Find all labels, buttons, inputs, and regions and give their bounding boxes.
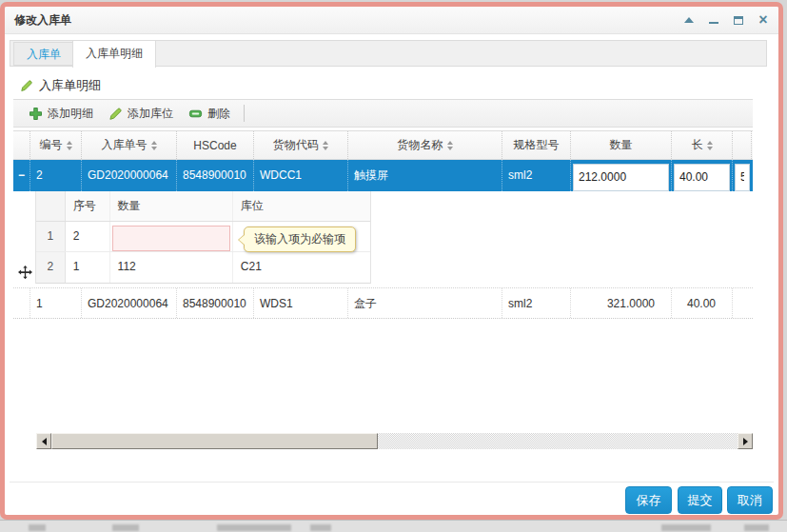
cell-id[interactable]: 2 <box>30 160 82 191</box>
sort-arrows-icon <box>151 141 157 150</box>
column-header-hscode[interactable]: HSCode <box>177 131 254 159</box>
cell-cargo-name[interactable]: 触摸屏 <box>348 160 502 191</box>
column-header-spec[interactable]: 规格型号 <box>502 131 571 159</box>
grid-header-row: 编号 入库单号 HSCode 货物代码 货物名称 规格型号 数量 <box>13 130 753 160</box>
add-location-button[interactable]: 添加库位 <box>101 103 181 125</box>
scroll-left-button[interactable] <box>36 433 51 449</box>
cell-expand[interactable] <box>13 288 30 318</box>
subgrid-cell-qty[interactable]: 112 <box>110 252 233 283</box>
dialog-titlebar[interactable]: 修改入库单 × <box>5 7 778 34</box>
add-detail-label: 添加明细 <box>48 106 93 122</box>
footer-divider <box>10 482 774 483</box>
cell-cargo-code[interactable]: WDCC1 <box>254 160 348 191</box>
cell-hscode[interactable]: 8548900010 <box>177 288 254 318</box>
screen: 修改入库单 × 入库单 入库单明细 入库单明细 添加明 <box>0 0 787 532</box>
delete-button[interactable]: 删除 <box>181 103 238 125</box>
column-header-partial <box>733 131 752 159</box>
subgrid-header-location[interactable]: 库位 <box>233 191 370 221</box>
subgrid-cell-seq[interactable]: 1 <box>66 252 110 283</box>
column-header-order-no[interactable]: 入库单号 <box>82 131 177 159</box>
minimize-icon[interactable] <box>708 14 719 26</box>
subgrid-rownum: 1 <box>36 222 66 251</box>
qty-editor-input[interactable] <box>573 164 669 191</box>
column-header-qty[interactable]: 数量 <box>571 131 672 159</box>
scroll-right-button[interactable] <box>738 433 753 449</box>
validation-tooltip: 该输入项为必输项 <box>244 227 356 252</box>
column-header-cargo-code[interactable]: 货物代码 <box>254 131 348 159</box>
cell-partial <box>733 288 752 318</box>
dialog-title: 修改入库单 <box>14 12 71 29</box>
cell-length[interactable]: 40.00 <box>672 288 733 318</box>
cell-hscode[interactable]: 8548900010 <box>177 160 254 191</box>
grid-toolbar: 添加明细 添加库位 删除 <box>13 99 753 128</box>
subgrid-cell-seq[interactable]: 2 <box>66 222 110 251</box>
grid-row[interactable]: 1 GD2020000064 8548900010 WDS1 盒子 sml2 3… <box>13 287 753 319</box>
tab-inbound-order[interactable]: 入库单 <box>13 42 74 66</box>
horizontal-scrollbar[interactable] <box>36 433 753 449</box>
subgrid-qty-input-invalid[interactable] <box>112 226 230 251</box>
collapse-row-icon[interactable]: − <box>13 160 30 191</box>
subgrid-header-rownum <box>36 191 66 221</box>
scrollbar-thumb[interactable] <box>51 433 378 449</box>
cell-cargo-code[interactable]: WDS1 <box>254 288 348 318</box>
panel-header-label: 入库单明细 <box>39 77 101 94</box>
cell-order-no[interactable]: GD2020000064 <box>82 288 177 318</box>
window-controls: × <box>683 14 769 26</box>
add-detail-button[interactable]: 添加明细 <box>21 103 101 125</box>
move-cross-icon <box>18 266 32 280</box>
pencil-icon <box>108 107 123 121</box>
subgrid-header-seq[interactable]: 序号 <box>66 191 110 221</box>
subgrid-rownum: 2 <box>36 252 66 283</box>
plus-icon <box>29 107 43 121</box>
background-page-strip <box>0 520 787 532</box>
cell-order-no[interactable]: GD2020000064 <box>82 160 177 191</box>
column-header-id[interactable]: 编号 <box>30 131 82 159</box>
cell-spec[interactable]: sml2 <box>502 288 571 318</box>
sort-arrows-icon <box>707 141 713 150</box>
submit-button[interactable]: 提交 <box>678 486 722 514</box>
pencil-icon <box>20 79 33 92</box>
column-header-cargo-name[interactable]: 货物名称 <box>348 131 502 159</box>
collapse-icon[interactable] <box>683 14 695 26</box>
save-button[interactable]: 保存 <box>625 486 672 514</box>
length-editor-input[interactable] <box>674 164 730 191</box>
subgrid-cell-qty <box>110 222 233 251</box>
column-header-expand <box>13 131 30 159</box>
cell-id[interactable]: 1 <box>30 288 82 318</box>
cell-qty-editor <box>571 160 672 191</box>
cell-next-editor-partial <box>733 160 752 191</box>
add-location-label: 添加库位 <box>128 106 173 122</box>
sort-arrows-icon <box>447 141 453 150</box>
dialog-modify-inbound-order: 修改入库单 × 入库单 入库单明细 入库单明细 添加明 <box>0 2 783 520</box>
panel-header: 入库单明细 <box>20 77 101 94</box>
subgrid-cell-location[interactable]: C21 <box>233 252 370 283</box>
toolbar-separator <box>244 105 245 122</box>
close-icon[interactable]: × <box>757 14 769 26</box>
grid-row-selected[interactable]: − 2 GD2020000064 8548900010 WDCC1 触摸屏 sm… <box>13 160 753 191</box>
minus-pill-icon <box>188 107 203 121</box>
delete-label: 删除 <box>207 106 230 122</box>
subgrid-row[interactable]: 2 1 112 C21 <box>36 252 370 283</box>
subgrid-header-qty[interactable]: 数量 <box>110 191 233 221</box>
cell-qty[interactable]: 321.0000 <box>571 288 672 318</box>
column-header-length[interactable]: 长 <box>672 131 733 159</box>
maximize-icon[interactable] <box>733 14 744 26</box>
cell-length-editor <box>672 160 733 191</box>
sort-arrows-icon <box>67 141 72 150</box>
sort-arrows-icon <box>323 141 328 150</box>
next-editor-input[interactable] <box>735 164 750 191</box>
cancel-button[interactable]: 取消 <box>727 486 773 514</box>
cell-cargo-name[interactable]: 盒子 <box>348 288 502 318</box>
cell-spec[interactable]: sml2 <box>502 160 571 191</box>
tab-inbound-order-detail[interactable]: 入库单明细 <box>72 40 156 68</box>
subgrid-header-row: 序号 数量 库位 <box>36 191 370 222</box>
